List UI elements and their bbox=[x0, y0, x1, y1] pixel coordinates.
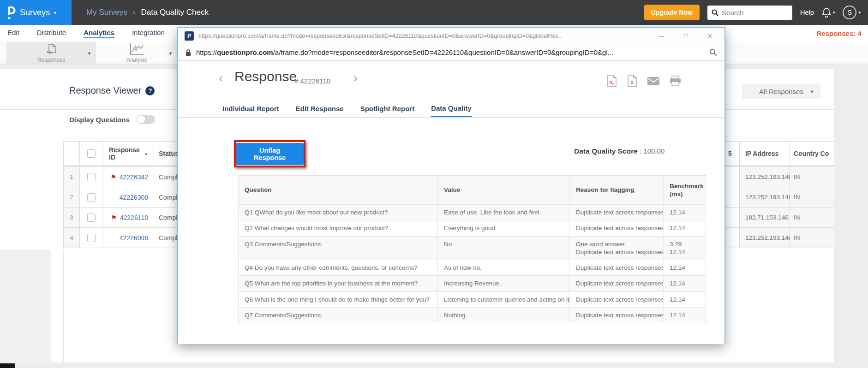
question-cell: Q3 Comments/Suggestions: bbox=[239, 237, 438, 260]
table-row: 123.252.193.148IN bbox=[725, 167, 834, 187]
row-checkbox[interactable] bbox=[87, 193, 96, 202]
ip-address-cell: 123.252.193.148 bbox=[740, 228, 790, 248]
question-cell: Q7 Comments/Suggestions: bbox=[239, 308, 438, 323]
unflag-response-button[interactable]: Unflag Response bbox=[236, 143, 304, 165]
row-checkbox[interactable] bbox=[87, 214, 96, 222]
response-id-header[interactable]: Response ID ▲ bbox=[103, 142, 154, 167]
value-cell: As of now no. bbox=[438, 260, 570, 275]
display-questions-label: Display Questions bbox=[69, 116, 130, 124]
help-link[interactable]: Help bbox=[800, 9, 814, 16]
nav-item-edit[interactable]: Edit bbox=[7, 29, 19, 38]
response-id-cell: ⚑42226342 bbox=[103, 167, 154, 187]
bell-icon bbox=[822, 7, 831, 18]
reason-cell: Duplicate text across responses bbox=[570, 205, 664, 220]
close-button[interactable]: ✕ bbox=[707, 32, 712, 40]
tab-spotlight-report[interactable]: Spotlight Report bbox=[360, 100, 414, 117]
email-icon[interactable] bbox=[647, 77, 659, 85]
breadcrumb-my-surveys[interactable]: My Surveys bbox=[86, 8, 127, 17]
tab-individual-report[interactable]: Individual Report bbox=[222, 100, 279, 117]
tab-edit-response[interactable]: Edit Response bbox=[296, 100, 344, 117]
data-quality-row: Q2 What changes would most improve our p… bbox=[239, 220, 706, 236]
display-questions-toggle[interactable] bbox=[137, 115, 155, 124]
data-quality-row: Q6 What is the one thing I should do to … bbox=[239, 291, 706, 307]
export-pdf-icon[interactable] bbox=[607, 75, 617, 87]
reason-text: Duplicate text across responses bbox=[576, 311, 657, 319]
question-cell: Q6 What is the one thing I should do to … bbox=[239, 292, 438, 307]
row-checkbox[interactable] bbox=[87, 234, 96, 242]
select-all-checkbox[interactable] bbox=[87, 149, 96, 158]
window-title-bar: P https://questionpro.com/a/frame.do?mod… bbox=[178, 28, 724, 44]
previous-response-button[interactable]: ‹ bbox=[219, 71, 223, 85]
account-menu[interactable]: S ▾ bbox=[843, 6, 861, 19]
table-row: 123.252.193.148IN bbox=[725, 187, 834, 208]
nav-item-distribute[interactable]: Distribute bbox=[37, 29, 66, 38]
response-id-link[interactable]: 42226342 bbox=[120, 173, 148, 181]
value-text: Nothing. bbox=[444, 311, 563, 319]
avatar: S bbox=[843, 6, 856, 19]
question-cell: Q5 What are the top priorities in your b… bbox=[239, 276, 438, 291]
reason-header: Reason for flagging bbox=[570, 176, 664, 204]
breadcrumb-current: Data Quality Check bbox=[141, 8, 208, 17]
response-id-link[interactable]: 42226300 bbox=[120, 194, 148, 201]
response-header: ‹ Response # 42226110 › X bbox=[178, 61, 724, 100]
toolbar-responses-button[interactable]: Responses ▼ bbox=[6, 42, 96, 64]
address-url: https://questionpro.com/a/frame.do?mode=… bbox=[196, 48, 704, 56]
reason-text: Duplicate text across responses bbox=[576, 279, 657, 287]
url-domain: questionpro.com bbox=[217, 48, 273, 56]
partial-cell bbox=[725, 187, 740, 208]
response-list-body: 1⚑42226342Comple242226300Comple3⚑4222611… bbox=[64, 167, 177, 248]
status-cell: Comple bbox=[154, 187, 177, 208]
nav-item-analytics[interactable]: Analytics bbox=[84, 29, 114, 38]
help-icon[interactable]: ? bbox=[145, 86, 155, 95]
benchmark-cell: 12.14 bbox=[664, 276, 706, 291]
benchmark-cell: 12.14 bbox=[664, 205, 706, 220]
response-editor-window: P https://questionpro.com/a/frame.do?mod… bbox=[177, 27, 725, 344]
response-id-cell: 42226099 bbox=[103, 228, 154, 248]
product-switcher-label: Surveys bbox=[20, 8, 50, 18]
annotation-highlight-box: Unflag Response bbox=[234, 140, 305, 167]
minimize-button[interactable]: — bbox=[658, 32, 664, 40]
zoom-icon[interactable] bbox=[709, 48, 717, 56]
nav-item-integration[interactable]: Integration bbox=[132, 29, 165, 38]
partial-cell bbox=[725, 167, 740, 187]
address-bar[interactable]: https://questionpro.com/a/frame.do?mode=… bbox=[178, 44, 724, 61]
upgrade-now-button[interactable]: Upgrade Now bbox=[644, 5, 700, 20]
response-id-link[interactable]: 42226099 bbox=[120, 234, 148, 242]
toolbar-analysis-label: Analysis bbox=[126, 57, 147, 63]
reason-text: Duplicate text across responses bbox=[576, 264, 657, 272]
brand-menu[interactable]: Surveys ▾ bbox=[0, 0, 72, 25]
search-input[interactable] bbox=[722, 9, 788, 17]
next-response-button[interactable]: › bbox=[353, 71, 358, 85]
url-path: /a/frame.do?mode=responseeditor&response… bbox=[273, 48, 613, 56]
value-text: Ease of use. Like the look and feel. bbox=[444, 208, 563, 216]
chevron-down-icon: ▾ bbox=[54, 10, 56, 15]
notifications-menu[interactable]: ▾ bbox=[822, 7, 835, 18]
response-id-cell: 42226300 bbox=[103, 187, 154, 208]
value-cell: Everything is good. bbox=[438, 220, 570, 236]
value-header: Value bbox=[438, 176, 570, 204]
reason-text: Duplicate text across responses bbox=[576, 208, 657, 216]
data-quality-row: Q5 What are the top priorities in your b… bbox=[239, 275, 706, 291]
toolbar-analysis-button[interactable]: Analysis ▼ bbox=[96, 42, 177, 64]
export-actions: X bbox=[607, 75, 681, 87]
value-text: As of now no. bbox=[444, 264, 563, 272]
reason-cell: Duplicate text across responses bbox=[570, 276, 664, 291]
tab-data-quality[interactable]: Data Quality bbox=[431, 100, 472, 117]
data-quality-content: Unflag Response Data Quality Score : 100… bbox=[178, 118, 724, 344]
export-excel-icon[interactable]: X bbox=[627, 75, 637, 87]
benchmark-value: 12.14 bbox=[670, 264, 700, 272]
response-list-header: Response ID ▲ Status bbox=[64, 142, 177, 167]
status-cell: Comple bbox=[154, 167, 177, 187]
print-icon[interactable] bbox=[670, 76, 681, 86]
sort-asc-icon: ▲ bbox=[144, 151, 148, 156]
value-cell: Listening to customer queries and acting… bbox=[438, 292, 570, 307]
partial-cell bbox=[725, 208, 740, 228]
maximize-button[interactable]: □ bbox=[684, 32, 688, 40]
response-id-link[interactable]: 42226110 bbox=[120, 214, 148, 221]
all-responses-dropdown[interactable]: All Responses ▼ bbox=[742, 84, 820, 99]
benchmark-value: 12.14 bbox=[670, 248, 700, 256]
row-checkbox[interactable] bbox=[87, 173, 96, 181]
status-cell: Comple bbox=[154, 208, 177, 228]
chevron-down-icon: ▾ bbox=[858, 10, 861, 15]
partial-column-header: 5 bbox=[725, 142, 740, 167]
